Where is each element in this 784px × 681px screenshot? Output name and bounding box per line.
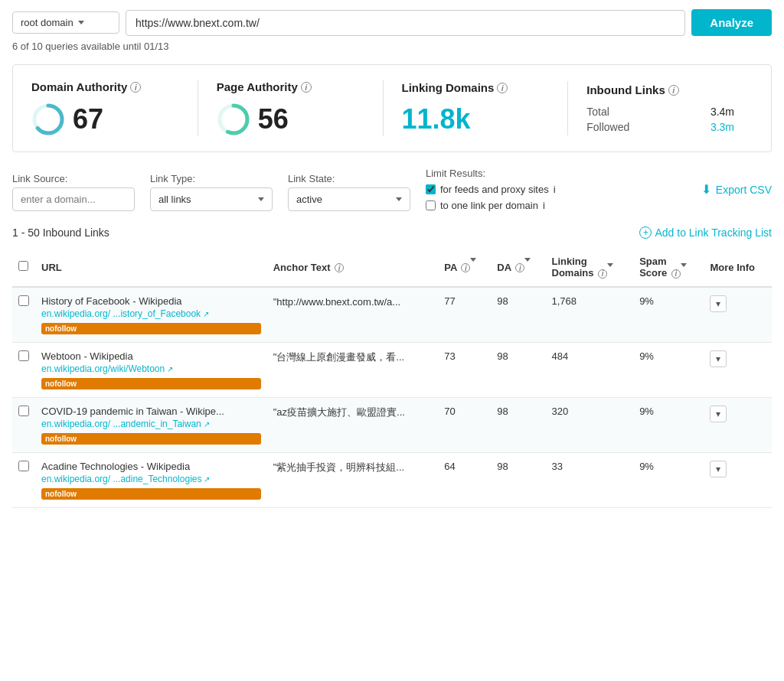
plus-circle-icon: + [639,226,652,239]
row-checkbox-cell [12,287,35,343]
expand-button[interactable]: ▾ [710,350,727,367]
inbound-links-info-icon[interactable]: i [668,85,679,96]
add-tracking-label: Add to Link Tracking List [655,226,772,239]
feeds-proxy-checkbox[interactable] [426,184,436,194]
external-link-icon: ↗ [204,475,210,484]
pa-cell: 77 [438,287,491,343]
pa-info-icon[interactable]: i [461,263,470,272]
url-input[interactable] [126,10,685,36]
link-source-input[interactable] [12,187,135,211]
row-checkbox[interactable] [18,350,29,361]
one-link-checkbox[interactable] [426,200,436,210]
pa-column-header: PA i [438,248,491,287]
url-cell: Acadine Technologies - Wikipedia en.wiki… [35,453,267,508]
da-info-icon[interactable]: i [515,263,524,272]
chevron-down-icon [78,21,84,24]
url-cell: History of Facebook - Wikipedia en.wikip… [35,287,267,343]
linking-domains-cell: 484 [546,343,634,398]
inbound-links-title: Inbound Links [586,83,665,96]
da-sort-icon[interactable] [524,258,531,273]
url-title: Acadine Technologies - Wikipedia [41,461,261,472]
da-cell: 98 [491,398,545,453]
inbound-links-table: URL Anchor Text i PA i DA i LinkingD [12,248,772,508]
linking-domains-info-icon[interactable]: i [598,269,607,279]
link-state-filter: Link State: active [288,173,410,211]
url-link[interactable]: en.wikipedia.org/wiki/Webtoon ↗ [41,363,261,374]
spam-score-column-header: SpamScore i [633,248,704,287]
link-type-filter: Link Type: all links [150,173,273,211]
external-link-icon: ↗ [167,365,173,373]
one-link-info-icon[interactable]: i [543,200,545,211]
row-checkbox[interactable] [18,406,29,416]
domain-authority-metric: Domain Authority i 67 [31,80,198,136]
page-authority-info-icon[interactable]: i [301,82,312,93]
results-header: 1 - 50 Inbound Links + Add to Link Track… [12,226,772,239]
export-csv-button[interactable]: ⬇ Export CSV [701,182,772,197]
nofollow-badge: nofollow [41,323,261,334]
link-type-select[interactable]: all links [150,187,273,211]
inbound-followed-value: 3.3m [710,121,734,133]
pa-cell: 64 [438,453,491,508]
url-title: History of Facebook - Wikipedia [41,295,261,307]
domain-authority-value: 67 [73,103,103,135]
anchor-text-info-icon[interactable]: i [335,263,344,272]
url-link[interactable]: en.wikipedia.org/ ...adine_Technologies … [41,474,261,484]
feeds-proxy-info-icon[interactable]: i [554,184,556,195]
linking-domains-cell: 1,768 [546,287,634,343]
linking-domains-info-icon[interactable]: i [497,83,508,93]
add-tracking-button[interactable]: + Add to Link Tracking List [639,226,772,239]
select-all-header [12,248,35,287]
anchor-text-value: "紫光抽手投資，明辨科技組... [273,461,404,473]
anchor-text-value: "http://www.bnext.com.tw/a... [273,296,400,308]
url-cell: COVID-19 pandemic in Taiwan - Wikipe... … [35,398,267,453]
expand-button[interactable]: ▾ [710,295,727,312]
domain-type-label: root domain [21,17,74,28]
one-link-option[interactable]: to one link per domain i [426,200,556,211]
inbound-links-metric: Inbound Links i Total 3.4m Followed 3.3m [568,83,753,133]
link-source-filter: Link Source: [12,173,135,211]
linking-domains-title: Linking Domains [402,81,495,94]
linking-domains-sort-icon[interactable] [607,263,613,279]
pa-sort-icon[interactable] [470,258,476,273]
row-checkbox[interactable] [18,461,29,471]
anchor-text-cell: "紫光抽手投資，明辨科技組... [267,453,438,508]
link-type-label: Link Type: [150,173,273,184]
linking-domains-column-header: LinkingDomains i [546,248,634,287]
spam-score-sort-icon[interactable] [681,263,687,279]
link-state-chevron [396,197,402,201]
analyze-button[interactable]: Analyze [691,9,772,36]
pa-cell: 73 [438,343,491,398]
limit-results-label: Limit Results: [426,168,556,179]
pa-cell: 70 [438,398,491,453]
anchor-text-cell: "az疫苗擴大施打、歐盟證實... [267,398,438,453]
linking-domains-cell: 33 [546,453,634,508]
expand-button[interactable]: ▾ [710,461,727,477]
spam-score-cell: 9% [633,343,704,398]
select-all-checkbox[interactable] [18,261,28,271]
domain-type-select[interactable]: root domain [12,11,119,34]
inbound-followed-label: Followed [586,121,629,133]
link-state-label: Link State: [288,173,410,184]
anchor-text-value: "台灣線上原創漫畫發威，看... [273,351,404,363]
domain-authority-info-icon[interactable]: i [130,82,141,93]
nofollow-badge: nofollow [41,433,261,445]
spam-score-cell: 9% [633,453,704,508]
row-checkbox[interactable] [18,295,29,306]
spam-score-info-icon[interactable]: i [671,269,681,279]
link-state-select[interactable]: active [288,187,410,211]
url-link[interactable]: en.wikipedia.org/ ...istory_of_Facebook … [41,308,261,319]
url-link[interactable]: en.wikipedia.org/ ...andemic_in_Taiwan ↗ [41,419,261,429]
feeds-proxy-option[interactable]: for feeds and proxy sites i [426,184,556,195]
external-link-icon: ↗ [203,310,209,318]
row-checkbox-cell [12,398,35,453]
queries-info: 6 of 10 queries available until 01/13 [12,41,772,52]
more-info-column-header: More Info [704,248,772,287]
one-link-label: to one link per domain [440,200,538,211]
nofollow-badge: nofollow [41,488,261,500]
more-info-cell: ▾ [704,287,772,343]
url-title: Webtoon - Wikipedia [41,350,261,362]
anchor-text-column-header: Anchor Text i [267,248,438,287]
expand-button[interactable]: ▾ [710,406,727,422]
more-info-cell: ▾ [704,453,772,508]
link-type-value: all links [158,194,191,205]
